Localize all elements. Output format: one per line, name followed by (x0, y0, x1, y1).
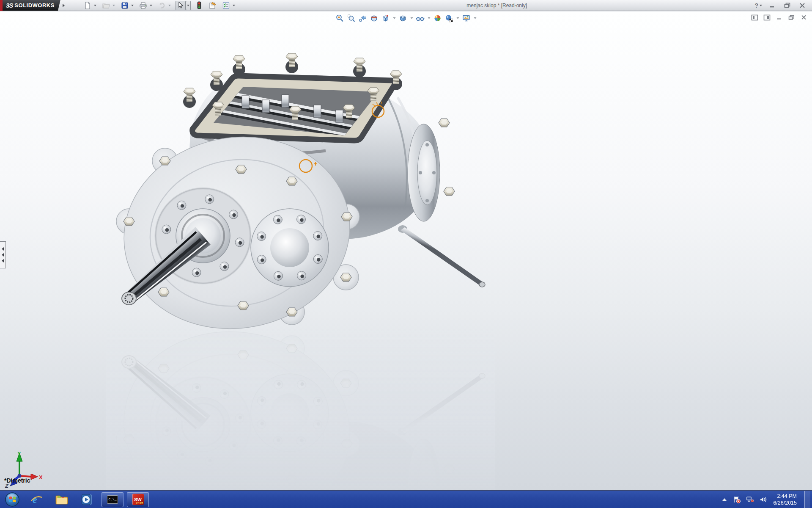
speaker-icon (760, 496, 768, 503)
open-button[interactable] (101, 1, 111, 10)
solidworks-2015-icon: SW 2015 (132, 494, 144, 505)
restore-document-icon (788, 15, 795, 20)
hide-show-items-dropdown[interactable] (427, 13, 431, 23)
display-style-button[interactable] (398, 13, 408, 23)
minimize-icon (769, 3, 775, 8)
view-orientation-icon (381, 14, 390, 22)
dropdown-arrow-icon (233, 5, 235, 6)
clock-time: 2:44 PM (773, 493, 797, 500)
display-style-dropdown[interactable] (409, 13, 414, 23)
minimize-document-icon (776, 15, 782, 20)
restore-icon (784, 3, 790, 8)
start-button[interactable] (3, 491, 22, 508)
minimize-button[interactable] (766, 2, 777, 9)
gearbox-assembly[interactable] (109, 53, 485, 346)
help-dropdown-arrow (760, 5, 762, 6)
folder-icon (55, 494, 69, 505)
taskbar-item-internet-explorer[interactable]: e (25, 492, 47, 507)
collapse-right-pane-icon (763, 14, 771, 21)
reflection-fade (106, 329, 495, 500)
color-sphere-icon (433, 14, 442, 22)
show-hidden-icons-button[interactable] (721, 497, 727, 502)
dropdown-arrow-icon (112, 5, 115, 6)
menu-flyout-arrow[interactable] (61, 2, 66, 9)
zoom-to-fit-button[interactable] (335, 13, 345, 23)
apply-scene-dropdown[interactable] (455, 13, 460, 23)
collapse-right-pane-button[interactable] (763, 14, 771, 21)
solidworks-window: 3S SOLIDWORKS (0, 0, 812, 508)
taskbar-clock[interactable]: 2:44 PM 6/26/2015 (773, 493, 799, 506)
pto-shaft[interactable] (398, 225, 485, 287)
eyeglasses-icon (416, 14, 425, 22)
dropdown-arrow-icon (456, 17, 459, 19)
solidworks-logo[interactable]: 3S SOLIDWORKS (3, 0, 60, 11)
housing-bolt[interactable] (444, 187, 455, 196)
logo-red-accent (0, 0, 3, 11)
traffic-light-icon (197, 1, 202, 9)
taskbar-item-command-prompt[interactable]: C:\_ (102, 492, 123, 507)
zoom-to-area-icon (347, 14, 356, 22)
save-dropdown[interactable] (130, 1, 135, 10)
close-document-icon (801, 15, 807, 20)
taskbar-item-media-player[interactable] (76, 492, 98, 507)
clock-date: 6/26/2015 (773, 500, 797, 506)
options-dropdown[interactable] (231, 1, 236, 10)
apply-scene-button[interactable] (444, 13, 454, 23)
checker-sphere-icon (445, 14, 453, 22)
dropdown-arrow-icon (393, 17, 395, 19)
save-button[interactable] (120, 1, 130, 10)
undo-button[interactable] (157, 1, 167, 10)
new-document-button[interactable] (82, 1, 93, 10)
display-style-icon (399, 14, 407, 22)
network-disconnected-icon (746, 496, 754, 503)
print-icon (139, 2, 147, 9)
logo-brand-text: SOLIDWORKS (14, 2, 55, 8)
document-title: menjac sklop * [Read-only] (239, 3, 755, 8)
restore-document-button[interactable] (787, 14, 796, 21)
dropdown-arrow-icon (474, 17, 476, 19)
previous-view-button[interactable] (358, 13, 368, 23)
right-bearing-cover[interactable] (251, 209, 329, 287)
close-document-button[interactable] (799, 14, 808, 21)
file-properties-button[interactable] (208, 1, 218, 10)
hide-show-items-button[interactable] (415, 13, 425, 23)
open-dropdown[interactable] (111, 1, 116, 10)
show-desktop-button[interactable] (804, 491, 810, 508)
top-cover[interactable] (183, 53, 402, 141)
select-tool-dropdown[interactable] (186, 1, 191, 10)
new-document-icon (84, 2, 91, 9)
action-center-button[interactable] (732, 496, 741, 503)
help-button[interactable]: ? (754, 2, 762, 9)
undo-dropdown[interactable] (167, 1, 172, 10)
print-button[interactable] (138, 1, 148, 10)
restore-button[interactable] (782, 2, 793, 9)
view-settings-button[interactable] (461, 13, 472, 23)
featuremanager-flyout-tab[interactable] (0, 241, 6, 268)
triad-y-label: Y (17, 450, 21, 457)
network-status-button[interactable] (746, 496, 754, 503)
section-view-icon (370, 14, 379, 22)
titlebar-controls: ? (754, 2, 812, 9)
housing-bolt[interactable] (439, 119, 450, 127)
minimize-document-button[interactable] (775, 14, 783, 21)
options-button[interactable] (221, 1, 231, 10)
close-button[interactable] (797, 2, 808, 9)
taskbar-item-solidworks-2015[interactable]: SW 2015 (127, 492, 149, 507)
select-tool-button[interactable] (176, 1, 186, 10)
collapse-left-pane-button[interactable] (750, 14, 759, 21)
flyout-arrow-icon (63, 4, 65, 7)
print-dropdown[interactable] (148, 1, 154, 10)
view-orientation-button[interactable] (381, 13, 391, 23)
taskbar-item-file-explorer[interactable] (51, 492, 73, 507)
new-document-dropdown[interactable] (93, 1, 98, 10)
volume-button[interactable] (760, 496, 768, 503)
windows-start-icon (5, 492, 20, 507)
view-orientation-dropdown[interactable] (392, 13, 397, 23)
edit-appearance-button[interactable] (433, 13, 443, 23)
zoom-to-area-button[interactable] (346, 13, 357, 23)
3d-model-canvas[interactable] (106, 51, 495, 500)
view-settings-dropdown[interactable] (473, 13, 477, 23)
section-view-button[interactable] (369, 13, 379, 23)
graphics-viewport[interactable]: Y X Z *Dimetric (0, 11, 812, 490)
rebuild-button[interactable] (194, 1, 204, 10)
